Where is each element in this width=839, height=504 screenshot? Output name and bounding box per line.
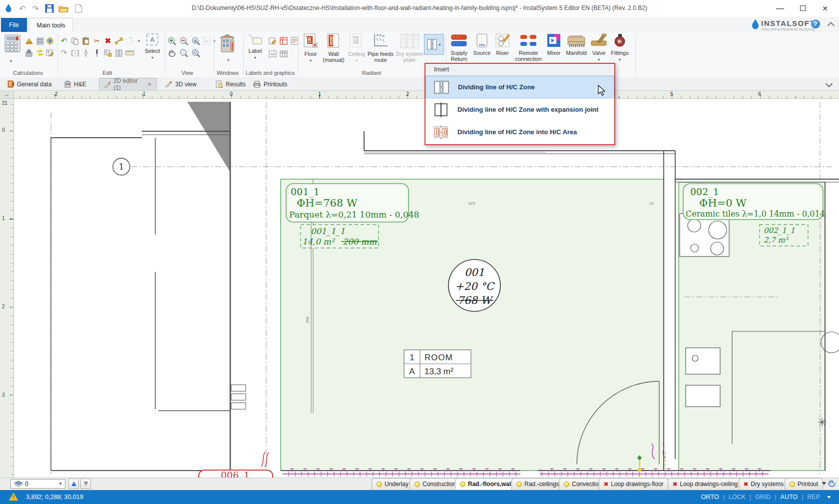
label-button[interactable]: ... Label▾ <box>246 33 265 61</box>
mixer-button[interactable]: Mixer <box>545 33 562 56</box>
menu-item-dividing-line-area[interactable]: Dividing line of H/C Zone into H/C Area <box>425 121 614 143</box>
mirror-icon[interactable] <box>70 48 80 58</box>
tab-2d-editor[interactable]: 2D editor (1) ✕ <box>99 78 157 90</box>
redo-icon[interactable]: ↷ <box>30 3 41 14</box>
pin-icon[interactable] <box>92 48 102 58</box>
table-small-icon[interactable] <box>279 49 289 59</box>
results-table-icon[interactable] <box>45 48 55 58</box>
wall-manual-button[interactable]: Wall (manual) <box>322 33 346 63</box>
layer-select[interactable]: 0 ▼ <box>10 479 65 489</box>
paste-icon[interactable] <box>81 36 91 46</box>
drawing-tab-printout[interactable]: Printout <box>785 478 823 490</box>
ruler-icon[interactable] <box>125 48 135 58</box>
floor-button[interactable]: Floor▾ <box>301 33 321 64</box>
construction-calc-icon[interactable] <box>24 36 34 46</box>
delete-icon[interactable]: ✖ <box>103 36 113 46</box>
room-table[interactable]: 1 ROOM A 13,3 m² <box>404 350 471 378</box>
open-icon[interactable] <box>58 3 69 14</box>
mode-lock[interactable]: LOCK <box>729 494 746 501</box>
modes-chevron-icon[interactable] <box>827 496 831 499</box>
horizontal-ruler[interactable] <box>0 91 839 99</box>
valve-button[interactable]: Valve▾ <box>590 33 607 63</box>
zoom-in-icon[interactable] <box>167 36 177 46</box>
tab-3d-view[interactable]: 3D view <box>160 78 201 90</box>
room-stamp[interactable]: 001 +20 °C 768 W <box>448 259 500 311</box>
plan-canvas[interactable]: 1 001_1 ΦH=768 W Parquet λ=0,21 10mm - 0… <box>14 99 839 479</box>
help-icon[interactable]: ? <box>811 19 820 28</box>
undo-edit-icon[interactable]: ↶ <box>59 36 69 46</box>
layer-dropdown-icon[interactable]: ▼ <box>58 482 62 486</box>
recalc-arrows-icon[interactable] <box>35 48 45 58</box>
maximize-button[interactable] <box>792 0 814 16</box>
cut-icon[interactable]: ✂ <box>92 36 102 46</box>
mode-orto[interactable]: ORTO <box>701 494 719 501</box>
drawing-tab-dry-systems[interactable]: ✖ Dry systems <box>739 478 789 490</box>
pan-hand-icon[interactable] <box>167 48 177 58</box>
tab-general-data[interactable]: General data <box>3 78 56 90</box>
zone1-label[interactable]: 001_1 ΦH=768 W Parquet λ=0,21 10mm - 0,0… <box>286 184 419 222</box>
heating-cooling-calc-icon[interactable] <box>45 36 55 46</box>
mode-grid[interactable]: GRID <box>755 494 771 501</box>
graphic-table-icon[interactable] <box>279 36 289 46</box>
magnifier-region-icon[interactable] <box>191 48 201 58</box>
columns-icon[interactable] <box>114 48 124 58</box>
drawing-tabs-chevron-icon[interactable] <box>822 482 826 485</box>
zoom-dropdown-icon[interactable]: ▾ <box>209 36 219 46</box>
zoom-out-icon[interactable] <box>179 36 189 46</box>
magnifier-window-icon[interactable] <box>179 48 189 58</box>
undo-icon[interactable]: ↶ <box>17 3 28 14</box>
dividing-line-button[interactable]: ▾ <box>424 34 444 55</box>
pipe-feeds-route-button[interactable]: Pipe feeds route <box>368 33 394 63</box>
close-button[interactable]: ✕ <box>814 0 836 16</box>
supply-return-button[interactable]: Supply Return <box>447 33 470 62</box>
select-button[interactable]: A Select▾ <box>141 33 163 61</box>
drawing-tab-loop-ceiling[interactable]: ✖ Loop drawings-ceiling <box>668 478 743 490</box>
menu-item-dividing-line[interactable]: Dividing line of H/C Zone <box>425 76 614 98</box>
building-calc-icon[interactable] <box>35 36 45 46</box>
ruler-number: -1 <box>138 91 148 97</box>
tab-list-chevron-icon[interactable] <box>826 80 833 87</box>
hc-zones[interactable] <box>281 179 825 471</box>
minimize-button[interactable]: — <box>769 0 791 16</box>
calculations-dropdown-icon[interactable]: ▾ <box>6 56 16 66</box>
zone2-label[interactable]: 002_1 ΦH=0 W Ceramic tiles λ=1,0 14mm - … <box>683 184 825 220</box>
drawing-tab-construction[interactable]: Construction <box>410 478 461 490</box>
riser-button[interactable]: Riser <box>493 33 511 56</box>
fittings-button[interactable]: Fittings▾ <box>608 33 631 63</box>
drawing-tab-label: Rad.-ceilings <box>524 481 559 488</box>
tab-h-and-e[interactable]: H&E <box>60 78 91 90</box>
move-node-icon[interactable] <box>114 36 124 46</box>
new-file-icon[interactable] <box>73 3 84 14</box>
windows-icon[interactable] <box>220 34 237 56</box>
edit-graphic-icon[interactable] <box>268 36 278 46</box>
menu-item-dividing-line-expansion[interactable]: Dividing line of H/C Zone with expansion… <box>425 98 614 121</box>
move-table-icon[interactable] <box>103 48 113 58</box>
manifold-button[interactable]: Manifold <box>563 33 589 56</box>
page-format-icon[interactable]: A3 <box>268 49 278 59</box>
drawing-tab-loop-floor[interactable]: ✖ Loop drawings-floor <box>599 478 669 490</box>
drawing-tab-underlay[interactable]: Underlay <box>372 478 414 490</box>
axis-marker[interactable]: 1 <box>113 158 130 175</box>
zoom-all-icon[interactable]: A <box>191 36 201 46</box>
source-button[interactable]: Source <box>471 33 492 56</box>
layer-up-button[interactable] <box>68 479 79 489</box>
drawing-tab-rad-ceilings[interactable]: Rad.-ceilings <box>511 478 564 490</box>
close-tab-icon[interactable]: ✕ <box>147 81 152 88</box>
calculate-icon[interactable] <box>4 34 22 55</box>
mode-rep[interactable]: REP <box>807 494 820 501</box>
settings-calc-icon[interactable] <box>24 48 34 58</box>
copy-icon[interactable] <box>70 36 80 46</box>
redo-edit-icon[interactable]: ↷ <box>59 48 69 58</box>
tab-results[interactable]: Results <box>211 78 250 90</box>
mode-auto[interactable]: AUTO <box>781 494 798 501</box>
file-tab[interactable]: File <box>1 18 27 32</box>
tab-printouts[interactable]: Printouts <box>249 78 292 90</box>
remote-connection-button[interactable]: Remote connection <box>512 33 544 62</box>
layer-down-button[interactable] <box>80 479 91 489</box>
windows-dropdown-icon[interactable]: ▾ <box>223 55 233 65</box>
pan-mode-icon[interactable] <box>827 479 836 488</box>
main-tools-tab[interactable]: Main tools <box>29 18 73 32</box>
split-icon[interactable] <box>81 48 91 58</box>
vertical-ruler[interactable] <box>0 99 14 479</box>
save-icon[interactable] <box>44 3 55 14</box>
